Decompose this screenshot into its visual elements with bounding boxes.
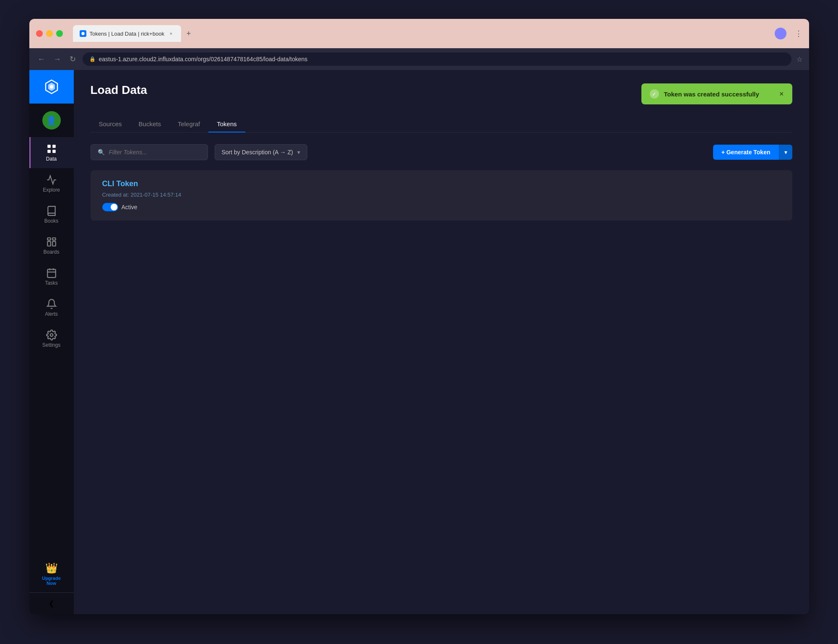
generate-token-button-group: + Generate Token ▾ [713,145,792,160]
generate-token-button[interactable]: + Generate Token [713,145,779,160]
success-toast: ✓ Token was created successfully × [641,83,792,104]
sort-dropdown[interactable]: Sort by Description (A → Z) ▾ [215,144,307,160]
sidebar-item-tasks[interactable]: Tasks [29,261,74,292]
upgrade-label: UpgradeNow [42,576,61,586]
search-icon: 🔍 [98,149,105,156]
sidebar-item-label-data: Data [46,156,57,162]
refresh-button[interactable]: ↻ [68,53,78,65]
avatar: 👤 [42,111,61,130]
tab-telegraf[interactable]: Telegraf [169,116,208,132]
back-button[interactable]: ← [36,53,47,65]
token-name[interactable]: CLI Token [102,179,781,188]
svg-rect-4 [47,145,51,148]
sidebar-item-settings[interactable]: Settings [29,323,74,354]
toast-check-icon: ✓ [650,89,659,99]
collapse-icon: ❮ [49,600,54,608]
toast-message: Token was created successfully [664,91,774,98]
tab-buckets[interactable]: Buckets [130,116,169,132]
toolbar: 🔍 Sort by Description (A → Z) ▾ + Genera… [91,144,792,160]
browser-menu[interactable]: ⋮ [795,29,802,38]
sidebar-item-label-explore: Explore [43,187,60,193]
sidebar-item-books[interactable]: Books [29,199,74,230]
toast-close-button[interactable]: × [779,90,784,99]
svg-rect-11 [52,242,56,246]
generate-token-dropdown-button[interactable]: ▾ [779,145,792,160]
browser-tabs: Tokens | Load Data | rick+book × + [73,25,770,42]
svg-rect-12 [47,269,56,278]
svg-rect-10 [47,242,51,246]
tab-close-button[interactable]: × [168,30,174,37]
sidebar-item-data[interactable]: Data [29,137,74,168]
url-text: eastus-1.azure.cloud2.influxdata.com/org… [99,56,308,62]
svg-rect-6 [47,150,51,153]
address-bar[interactable]: 🔒 eastus-1.azure.cloud2.influxdata.com/o… [83,52,791,66]
forward-button[interactable]: → [52,53,63,65]
sidebar: 👤 Data Ex [29,70,74,614]
token-active-toggle[interactable] [102,203,118,211]
sidebar-logo[interactable] [29,70,74,104]
influxdb-logo-icon [43,78,60,95]
browser-addressbar: ← → ↻ 🔒 eastus-1.azure.cloud2.influxdata… [29,48,809,70]
maximize-button[interactable] [56,30,63,37]
tab-favicon [80,30,86,37]
sidebar-item-label-alerts: Alerts [45,311,58,317]
sidebar-nav: Data Explore Books [29,137,74,556]
token-status-label: Active [122,204,138,210]
close-button[interactable] [36,30,43,37]
tab-sources[interactable]: Sources [91,116,130,132]
settings-icon [46,330,57,340]
sidebar-item-label-books: Books [44,218,58,224]
browser-tab[interactable]: Tokens | Load Data | rick+book × [73,25,181,42]
svg-point-0 [81,32,85,35]
sidebar-item-label-tasks: Tasks [45,280,58,286]
sidebar-item-label-settings: Settings [42,342,60,348]
page-header: Load Data ✓ Token was created successful… [91,83,792,104]
page-title: Load Data [91,83,147,97]
svg-point-3 [50,85,53,88]
books-icon [46,205,57,216]
search-input-wrap[interactable]: 🔍 [91,144,208,160]
browser-titlebar: Tokens | Load Data | rick+book × + ⋮ [29,19,809,48]
svg-rect-7 [52,150,56,153]
main-content: Load Data ✓ Token was created successful… [74,70,809,614]
sidebar-collapse-button[interactable]: ❮ [29,592,74,614]
svg-rect-8 [47,238,51,240]
toggle-knob [111,204,117,210]
app-container: 👤 Data Ex [29,70,809,614]
svg-rect-5 [52,145,56,148]
bookmark-icon[interactable]: ☆ [796,55,802,63]
tasks-icon [46,267,57,278]
upgrade-icon: 👑 [45,562,58,574]
boards-icon [46,236,57,247]
tab-title: Tokens | Load Data | rick+book [90,31,164,37]
token-status: Active [102,203,781,211]
lock-icon: 🔒 [89,56,96,62]
new-tab-button[interactable]: + [183,28,195,39]
user-avatar-area[interactable]: 👤 [29,104,74,137]
sidebar-item-explore[interactable]: Explore [29,168,74,199]
svg-point-16 [50,334,53,337]
search-input[interactable] [109,149,201,156]
sort-label: Sort by Description (A → Z) [222,149,293,156]
traffic-lights [36,30,63,37]
minimize-button[interactable] [46,30,53,37]
upgrade-section[interactable]: 👑 UpgradeNow [39,556,64,592]
browser-profile[interactable] [775,28,786,39]
tabs-bar: Sources Buckets Telegraf Tokens [91,116,792,132]
sidebar-item-label-boards: Boards [43,249,59,255]
token-card: CLI Token Created at: 2021-07-15 14:57:1… [91,170,792,221]
sidebar-item-boards[interactable]: Boards [29,230,74,261]
chevron-down-icon: ▾ [297,149,300,156]
svg-rect-9 [52,238,56,240]
tab-tokens[interactable]: Tokens [208,116,245,132]
token-created-at: Created at: 2021-07-15 14:57:14 [102,192,781,198]
data-icon [46,143,57,154]
alerts-icon [46,299,57,309]
sidebar-item-alerts[interactable]: Alerts [29,292,74,323]
explore-icon [46,174,57,185]
